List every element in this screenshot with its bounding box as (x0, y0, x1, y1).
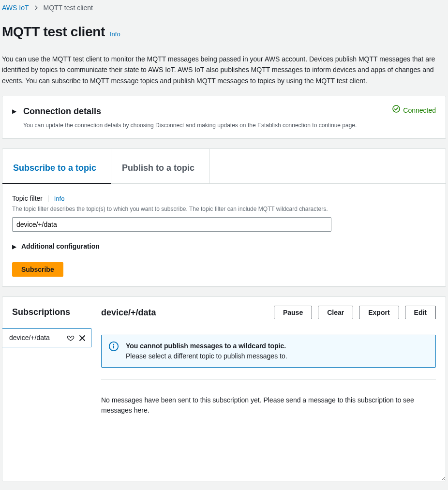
subscriptions-title: Subscriptions (2, 306, 91, 328)
page-header: MQTT test client Info (0, 13, 448, 42)
topic-filter-label: Topic filter | Info (12, 193, 436, 204)
selected-topic: device/+/data (101, 306, 268, 319)
chevron-right-icon (34, 3, 39, 13)
topic-panel: Subscribe to a topic Publish to a topic … (2, 148, 446, 287)
svg-point-2 (113, 344, 114, 345)
alert-title: You cannot publish messages to a wildcar… (126, 341, 287, 351)
breadcrumb: AWS IoT MQTT test client (0, 0, 448, 13)
alert-body: Please select a different topic to publi… (126, 351, 287, 361)
tab-subscribe[interactable]: Subscribe to a topic (2, 149, 111, 183)
empty-message: No messages have been sent to this subsc… (101, 395, 436, 416)
svg-rect-3 (113, 345, 114, 348)
edit-button[interactable]: Edit (405, 306, 436, 319)
additional-config-label: Additional configuration (21, 241, 100, 252)
connection-status-text: Connected (403, 105, 436, 116)
topic-filter-help: The topic filter describes the topic(s) … (12, 205, 436, 213)
pause-button[interactable]: Pause (274, 306, 312, 319)
connection-panel: ▶ Connection details You can update the … (2, 96, 446, 139)
subscriptions-panel: Subscriptions device/+/data device/+/dat… (2, 297, 446, 481)
page-intro: You can use the MQTT test client to moni… (0, 42, 448, 86)
additional-config-toggle[interactable]: ▶ Additional configuration (12, 241, 436, 252)
connection-sub: You can update the connection details by… (23, 121, 386, 130)
heart-icon[interactable] (67, 334, 75, 342)
tab-publish[interactable]: Publish to a topic (111, 149, 209, 183)
connection-title: Connection details (23, 105, 386, 118)
check-circle-icon (392, 105, 400, 116)
caret-right-icon: ▶ (12, 242, 16, 251)
info-icon (108, 341, 119, 361)
tabs: Subscribe to a topic Publish to a topic (2, 149, 446, 184)
info-link[interactable]: Info (110, 30, 120, 39)
topic-filter-input[interactable] (12, 217, 331, 232)
caret-right-icon[interactable]: ▶ (12, 105, 16, 116)
clear-button[interactable]: Clear (318, 306, 353, 319)
breadcrumb-root[interactable]: AWS IoT (2, 3, 29, 13)
subscription-detail: device/+/data Pause Clear Export Edit Yo… (91, 297, 446, 481)
close-icon[interactable] (78, 334, 86, 342)
info-alert: You cannot publish messages to a wildcar… (101, 335, 436, 368)
divider (101, 379, 436, 380)
subscribe-button[interactable]: Subscribe (12, 262, 63, 277)
export-button[interactable]: Export (359, 306, 399, 319)
connection-status: Connected (392, 105, 436, 116)
subscription-detail-header: device/+/data Pause Clear Export Edit (101, 306, 436, 319)
page-title: MQTT test client (2, 22, 105, 42)
subscription-topic: device/+/data (9, 333, 63, 343)
subscription-item[interactable]: device/+/data (2, 328, 91, 347)
info-link[interactable]: Info (54, 194, 65, 204)
breadcrumb-current: MQTT test client (44, 3, 93, 13)
subscriptions-sidebar: Subscriptions device/+/data (2, 297, 91, 481)
tab-body: Topic filter | Info The topic filter des… (2, 184, 446, 286)
